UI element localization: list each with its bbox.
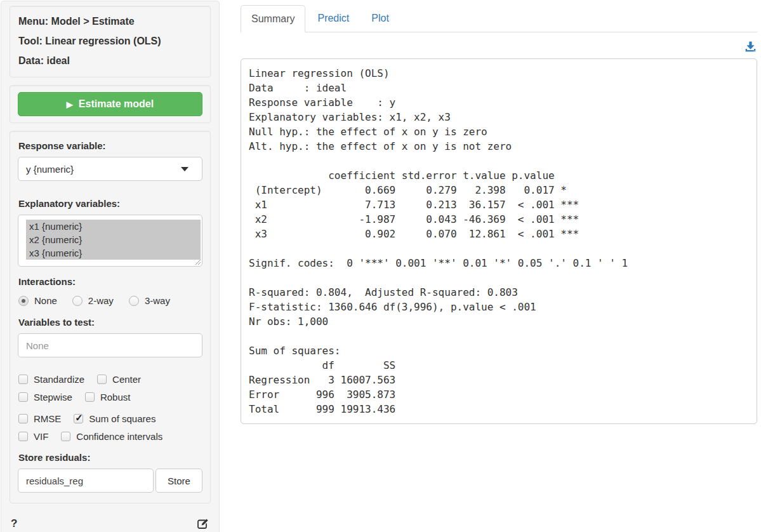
checkbox-icon: [18, 414, 28, 423]
store-button[interactable]: Store: [156, 469, 202, 493]
dataset-name: Data: ideal: [18, 55, 202, 67]
checkbox-label: Confidence intervals: [76, 431, 162, 442]
checkbox-label: RMSE: [34, 413, 61, 424]
explanatory-variables-select[interactable]: x1 {numeric} x2 {numeric} x3 {numeric}: [18, 215, 202, 267]
radio-icon: [72, 296, 83, 306]
explanatory-variables-label: Explanatory variables:: [18, 198, 202, 209]
menu-path: Menu: Model > Estimate: [18, 16, 202, 27]
option-x2[interactable]: x2 {numeric}: [26, 233, 201, 246]
interactions-radio-2way[interactable]: 2-way: [72, 295, 114, 306]
checkbox-label: Robust: [100, 392, 131, 402]
interactions-radio-none[interactable]: None: [18, 295, 57, 306]
response-variable-value: y {numeric}: [26, 164, 74, 175]
estimate-panel: ▶ Estimate model: [10, 85, 211, 123]
estimate-model-button[interactable]: ▶ Estimate model: [18, 92, 202, 116]
option-x3[interactable]: x3 {numeric}: [26, 246, 201, 260]
interactions-label: Interactions:: [18, 276, 202, 287]
output-options-group: RMSE Sum of squares VIF Confidence inter…: [18, 413, 202, 442]
radiant-app: Menu: Model > Estimate Tool: Linear regr…: [0, 0, 761, 532]
model-form-panel: Response variable: y {numeric} Explanato…: [10, 131, 211, 503]
tab-bar: Summary Predict Plot: [241, 5, 757, 32]
main-panel: Summary Predict Plot Linear regression (…: [220, 0, 761, 532]
store-residuals-row: Store: [18, 469, 202, 493]
chevron-down-icon: [181, 167, 189, 171]
tab-plot[interactable]: Plot: [361, 5, 399, 32]
edit-icon[interactable]: [196, 517, 209, 530]
checkbox-standardize[interactable]: Standardize: [18, 374, 84, 385]
sidebar-footer: ?: [10, 511, 211, 530]
tab-predict[interactable]: Predict: [307, 5, 359, 32]
model-options-group: Standardize Center Stepwise Robust: [18, 374, 202, 402]
checkbox-vif[interactable]: VIF: [18, 431, 48, 442]
radio-icon: [129, 296, 139, 306]
response-variable-label: Response variable:: [18, 140, 202, 151]
sidebar: Menu: Model > Estimate Tool: Linear regr…: [1, 1, 220, 532]
checkbox-label: Center: [112, 374, 141, 385]
checkbox-center[interactable]: Center: [97, 374, 141, 385]
tab-summary[interactable]: Summary: [241, 5, 305, 32]
option-x1[interactable]: x1 {numeric}: [26, 220, 201, 233]
play-icon: ▶: [67, 100, 73, 109]
tool-name: Tool: Linear regression (OLS): [18, 36, 202, 47]
interactions-radio-group: None 2-way 3-way: [18, 295, 202, 306]
checkbox-icon: [18, 392, 28, 402]
estimate-model-label: Estimate model: [79, 98, 154, 110]
regression-summary-output: Linear regression (OLS) Data : ideal Res…: [241, 58, 757, 424]
help-icon[interactable]: ?: [11, 517, 17, 530]
checkbox-rmse[interactable]: RMSE: [18, 413, 61, 424]
checkbox-label: Standardize: [34, 374, 84, 385]
radio-label: 2-way: [88, 295, 114, 306]
download-icon[interactable]: [744, 41, 757, 53]
radio-label: None: [34, 295, 57, 306]
checkbox-checked-icon: [74, 414, 83, 423]
store-residuals-label: Store residuals:: [18, 452, 202, 463]
checkbox-stepwise[interactable]: Stepwise: [18, 392, 72, 402]
interactions-radio-3way[interactable]: 3-way: [129, 295, 170, 306]
checkbox-sum-of-squares[interactable]: Sum of squares: [74, 413, 156, 424]
model-info-panel: Menu: Model > Estimate Tool: Linear regr…: [10, 6, 211, 77]
radio-label: 3-way: [145, 295, 170, 306]
checkbox-label: VIF: [34, 431, 48, 442]
checkbox-robust[interactable]: Robust: [85, 392, 131, 402]
response-variable-select[interactable]: y {numeric}: [18, 157, 202, 181]
variables-to-test-input[interactable]: [18, 333, 202, 357]
resize-handle-icon[interactable]: [195, 259, 201, 265]
checkbox-icon: [18, 432, 28, 441]
checkbox-icon: [85, 392, 95, 402]
checkbox-label: Stepwise: [34, 392, 72, 402]
checkbox-icon: [97, 375, 107, 384]
report-toolbar: [241, 32, 757, 58]
variables-to-test-label: Variables to test:: [18, 317, 202, 328]
checkbox-label: Sum of squares: [89, 413, 156, 424]
store-residuals-input[interactable]: [18, 469, 154, 493]
radio-icon: [18, 296, 29, 306]
checkbox-confidence-intervals[interactable]: Confidence intervals: [61, 431, 162, 442]
checkbox-icon: [18, 375, 28, 384]
checkbox-icon: [61, 432, 70, 441]
